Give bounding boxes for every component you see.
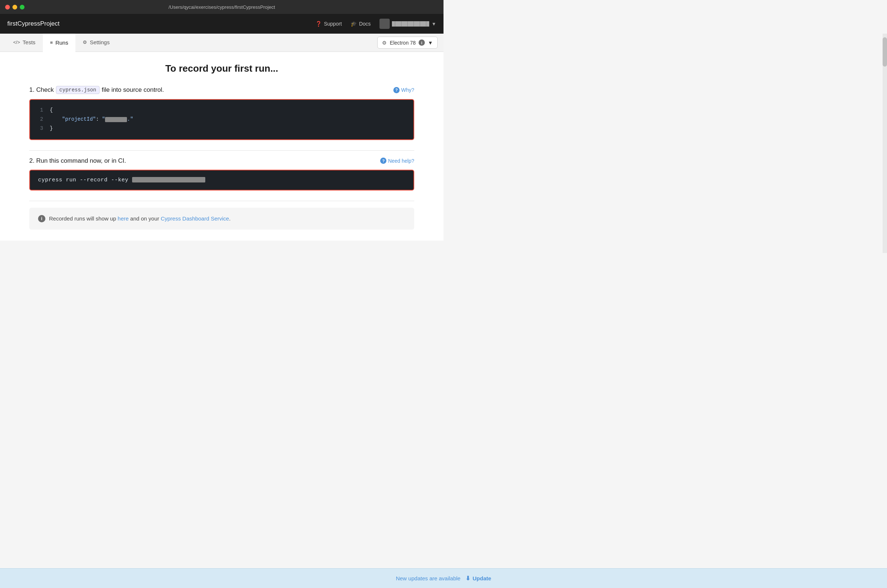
- tab-runs[interactable]: ≡ Runs: [43, 34, 76, 52]
- question-icon: ❓: [316, 21, 322, 27]
- title-bar: /Users/qycai/exercises/cypress/firstCypr…: [0, 0, 444, 14]
- step-2-label-left: 2. Run this command now, or in CI.: [29, 157, 126, 165]
- avatar: [379, 19, 390, 29]
- browser-info-icon[interactable]: i: [419, 39, 425, 46]
- code-line-2: 2 "projectId": ".": [37, 115, 406, 124]
- chevron-down-icon: ▼: [431, 21, 436, 27]
- info-box: i Recorded runs will show up here and on…: [29, 208, 414, 230]
- browser-label: Electron 78: [390, 40, 416, 46]
- info-icon: i: [38, 215, 45, 222]
- why-label: Why?: [401, 87, 414, 93]
- step-2-section: 2. Run this command now, or in CI. ? Nee…: [29, 157, 414, 190]
- user-menu[interactable]: ████████████ ▼: [379, 19, 436, 29]
- tab-settings[interactable]: ⚙ Settings: [75, 34, 117, 52]
- command-text: cypress run --record --key: [38, 177, 132, 183]
- divider-1: [29, 150, 414, 151]
- window-title: /Users/qycai/exercises/cypress/firstCypr…: [6, 4, 437, 10]
- tab-settings-label: Settings: [90, 39, 110, 45]
- step-1-section: 1. Check cypress.json file into source c…: [29, 86, 414, 140]
- step-1-label-left: 1. Check cypress.json file into source c…: [29, 86, 164, 94]
- browser-selector[interactable]: ⚙ Electron 78 i ▼: [377, 37, 437, 49]
- step-1-code-block: 1 { 2 "projectId": "." 3 }: [29, 99, 414, 140]
- info-text: Recorded runs will show up here and on y…: [49, 215, 230, 222]
- traffic-lights: [5, 5, 24, 9]
- command-key-redacted: [132, 177, 205, 183]
- nav-bar: firstCypressProject ❓ Support 🎓 Docs ███…: [0, 14, 444, 34]
- user-name: ████████████: [392, 21, 429, 26]
- dashboard-link[interactable]: Cypress Dashboard Service: [161, 215, 229, 222]
- tabs-left: </> Tests ≡ Runs ⚙ Settings: [6, 34, 117, 51]
- close-button[interactable]: [5, 5, 10, 9]
- docs-link[interactable]: 🎓 Docs: [350, 21, 371, 27]
- cypress-json-code: cypress.json: [56, 86, 99, 94]
- step-1-label-end: file into source control.: [102, 86, 164, 94]
- line-num-1: 1: [37, 106, 43, 115]
- settings-icon: ⚙: [83, 39, 87, 45]
- line-num-2: 2: [37, 115, 43, 124]
- runs-icon: ≡: [50, 40, 53, 45]
- nav-left: firstCypressProject: [8, 20, 60, 27]
- browser-dropdown-icon: ▼: [428, 40, 433, 46]
- nav-right: ❓ Support 🎓 Docs ████████████ ▼: [316, 19, 436, 29]
- step-2-label: 2. Run this command now, or in CI. ? Nee…: [29, 157, 414, 165]
- code-line-1: 1 {: [37, 106, 406, 115]
- need-help-link[interactable]: ? Need help?: [380, 158, 414, 164]
- browser-icon: ⚙: [382, 40, 387, 46]
- minimize-button[interactable]: [12, 5, 17, 9]
- line-content-3: }: [50, 124, 53, 133]
- divider-2: [29, 201, 414, 201]
- project-name: firstCypressProject: [8, 20, 60, 27]
- step-1-label: 1. Check cypress.json file into source c…: [29, 86, 414, 94]
- step-1-number: 1. Check: [29, 86, 54, 94]
- need-help-label: Need help?: [388, 158, 414, 164]
- support-link[interactable]: ❓ Support: [316, 21, 342, 27]
- main-content: To record your first run... 1. Check cyp…: [0, 52, 444, 241]
- line-num-3: 3: [37, 124, 43, 133]
- why-icon: ?: [393, 87, 400, 93]
- need-help-icon: ?: [380, 158, 386, 164]
- command-block[interactable]: cypress run --record --key: [29, 170, 414, 190]
- tabs-bar: </> Tests ≡ Runs ⚙ Settings ⚙ Electron 7…: [0, 34, 444, 52]
- tab-tests-label: Tests: [23, 39, 36, 45]
- page-title: To record your first run...: [29, 63, 414, 74]
- code-icon: </>: [13, 39, 20, 45]
- line-content-1: {: [50, 106, 53, 115]
- why-link[interactable]: ? Why?: [393, 87, 414, 93]
- graduation-icon: 🎓: [350, 21, 357, 27]
- code-line-3: 3 }: [37, 124, 406, 133]
- here-link[interactable]: here: [118, 215, 129, 222]
- tab-runs-label: Runs: [55, 39, 68, 46]
- step-2-number: 2. Run this command now, or in CI.: [29, 157, 126, 165]
- tab-tests[interactable]: </> Tests: [6, 34, 43, 52]
- line-content-2: "projectId": ".": [50, 115, 133, 124]
- maximize-button[interactable]: [20, 5, 24, 9]
